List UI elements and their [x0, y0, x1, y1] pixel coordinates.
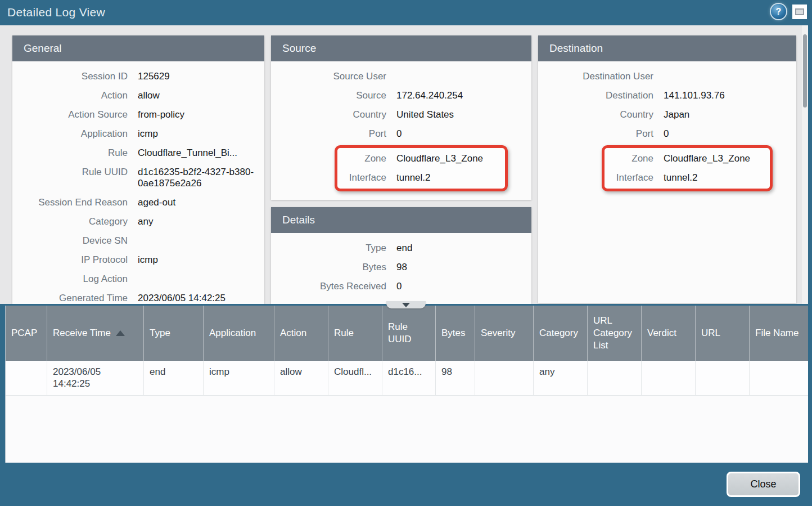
- column-header-pcap[interactable]: PCAP: [6, 306, 47, 361]
- close-button[interactable]: Close: [727, 472, 800, 497]
- column-label: Application: [209, 327, 256, 339]
- collapse-pane-handle[interactable]: [386, 301, 426, 308]
- column-header-receive-time[interactable]: Receive Time: [47, 306, 143, 361]
- column-header-url-category-list[interactable]: URL Category List: [587, 306, 641, 361]
- field-label-application: Application: [12, 128, 128, 140]
- cell-rule-uuid: d1c16...: [382, 361, 435, 395]
- field-interface: Interfacetunnel.2: [605, 168, 766, 187]
- cell-category: any: [533, 361, 587, 395]
- field-category: Categoryany: [12, 212, 264, 231]
- column-header-rule-uuid[interactable]: Rule UUID: [382, 306, 435, 361]
- column-header-category[interactable]: Category: [533, 306, 587, 361]
- field-generated-time: Generated Time2023/06/05 14:42:25: [12, 289, 264, 304]
- field-label-ip-protocol: IP Protocol: [12, 254, 128, 266]
- source-panel: SourceSource UserSource172.64.240.254Cou…: [271, 35, 531, 200]
- column-header-bytes[interactable]: Bytes: [435, 306, 475, 361]
- field-label-destination: Destination: [538, 90, 653, 101]
- field-value-category: any: [138, 216, 264, 227]
- field-country: CountryUnited States: [271, 105, 531, 124]
- field-value-session-id: 125629: [138, 71, 264, 82]
- field-action-source: Action Sourcefrom-policy: [12, 105, 264, 124]
- field-action: Actionallow: [12, 86, 264, 105]
- column-header-application[interactable]: Application: [203, 306, 274, 361]
- field-source-user: Source User: [271, 67, 531, 86]
- cell-verdict: [641, 361, 695, 395]
- field-session-end-reason: Session End Reasonaged-out: [12, 193, 264, 212]
- panel-body-general: Session ID125629ActionallowAction Source…: [12, 61, 264, 304]
- field-value-session-end-reason: aged-out: [138, 197, 264, 208]
- field-value-rule: Cloudflare_Tunnel_Bi...: [138, 147, 264, 159]
- field-value-generated-time: 2023/06/05 14:42:25: [138, 293, 264, 304]
- field-label-port: Port: [538, 128, 653, 140]
- field-value-log-action: [138, 274, 264, 285]
- column-header-url[interactable]: URL: [695, 306, 749, 361]
- field-rule: RuleCloudflare_Tunnel_Bi...: [12, 144, 264, 163]
- field-label-rule-uuid: Rule UUID: [12, 167, 128, 189]
- help-icon[interactable]: ?: [771, 4, 786, 19]
- sort-ascending-icon: [116, 330, 125, 336]
- field-label-session-end-reason: Session End Reason: [12, 197, 128, 208]
- field-label-rule: Rule: [12, 147, 128, 159]
- panel-header-details: Details: [271, 207, 531, 233]
- column-header-action[interactable]: Action: [274, 306, 328, 361]
- field-label-category: Category: [12, 216, 128, 227]
- title-bar-icons: ?: [771, 4, 807, 19]
- column-label: Severity: [481, 327, 515, 339]
- restore-window-icon[interactable]: [792, 5, 807, 19]
- column-header-verdict[interactable]: Verdict: [641, 306, 695, 361]
- panel-header-source: Source: [271, 35, 531, 61]
- field-value-rule-uuid: d1c16235-b2f2-4327-b380-0ae1875e2a26: [138, 167, 264, 189]
- field-label-source: Source: [271, 90, 386, 101]
- field-label-log-action: Log Action: [12, 274, 128, 285]
- panel-body-destination: Destination UserDestination141.101.93.76…: [538, 61, 796, 200]
- column-header-severity[interactable]: Severity: [475, 306, 533, 361]
- cell-bytes: 98: [435, 361, 475, 395]
- general-panel: GeneralSession ID125629ActionallowAction…: [12, 35, 264, 304]
- cell-url-category-list: [587, 361, 641, 395]
- chevron-down-icon: [402, 303, 410, 307]
- column-label: Bytes: [441, 327, 466, 339]
- column-header-rule[interactable]: Rule: [328, 306, 382, 361]
- details-panel: DetailsTypeendBytes98Bytes Received0: [271, 207, 531, 304]
- column-label: Action: [280, 327, 306, 339]
- field-zone: ZoneCloudflare_L3_Zone: [605, 149, 766, 168]
- scrollbar-thumb[interactable]: [803, 34, 807, 108]
- table-row[interactable]: 2023/06/05 14:42:25endicmpallowCloudfl..…: [6, 361, 808, 396]
- column-label: Type: [150, 327, 170, 339]
- field-value-device-sn: [138, 235, 264, 247]
- scrollbar-track[interactable]: [802, 25, 808, 304]
- destination-panel: DestinationDestination UserDestination14…: [538, 35, 796, 303]
- log-table-pane: PCAPReceive TimeTypeApplicationActionRul…: [5, 306, 808, 463]
- field-label-source-user: Source User: [271, 71, 386, 82]
- cell-file-name: [749, 361, 808, 395]
- column-header-file-name[interactable]: File Name: [749, 306, 808, 361]
- field-label-device-sn: Device SN: [12, 235, 128, 247]
- column-label: URL Category List: [593, 315, 635, 352]
- cell-rule: Cloudfl...: [328, 361, 382, 395]
- field-label-destination-user: Destination User: [538, 71, 653, 82]
- field-log-action: Log Action: [12, 270, 264, 289]
- panel-header-general: General: [12, 35, 264, 61]
- log-table-header: PCAPReceive TimeTypeApplicationActionRul…: [6, 306, 808, 361]
- cell-type: end: [143, 361, 203, 395]
- highlight-annotation-box: ZoneCloudflare_L3_ZoneInterfacetunnel.2: [602, 145, 773, 191]
- field-value-ip-protocol: icmp: [138, 254, 264, 266]
- column-label: URL: [701, 327, 720, 339]
- field-source: Source172.64.240.254: [271, 86, 531, 105]
- field-value-port: 0: [664, 128, 796, 140]
- field-application: Applicationicmp: [12, 124, 264, 144]
- field-rule-uuid: Rule UUIDd1c16235-b2f2-4327-b380-0ae1875…: [12, 163, 264, 193]
- field-value-action: allow: [138, 90, 264, 101]
- column-header-type[interactable]: Type: [143, 306, 203, 361]
- log-detail-pane: GeneralSession ID125629ActionallowAction…: [0, 25, 808, 304]
- field-label-generated-time: Generated Time: [12, 293, 128, 304]
- field-zone: ZoneCloudflare_L3_Zone: [337, 149, 502, 168]
- field-label-country: Country: [538, 109, 653, 120]
- field-country: CountryJapan: [538, 105, 796, 124]
- cell-pcap: [6, 361, 47, 395]
- panel-body-details: TypeendBytes98Bytes Received0: [271, 233, 531, 303]
- field-type: Typeend: [271, 239, 531, 258]
- field-value-destination-user: [664, 71, 796, 82]
- field-label-zone: Zone: [337, 153, 386, 164]
- field-value-source-user: [396, 71, 531, 82]
